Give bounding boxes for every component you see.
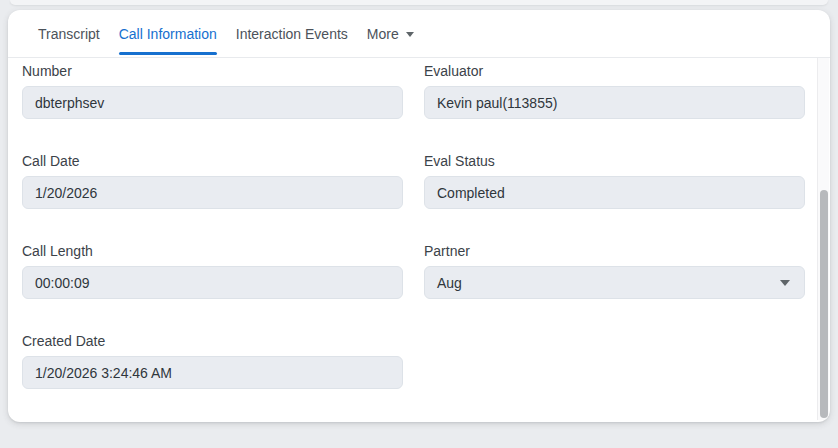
eval-status-label: Eval Status xyxy=(424,154,805,168)
field-number: Number xyxy=(22,64,403,119)
field-call-date: Call Date xyxy=(22,154,403,209)
number-input[interactable] xyxy=(22,86,403,119)
field-eval-status: Eval Status xyxy=(424,154,805,209)
partner-select[interactable]: Aug xyxy=(424,266,805,299)
partner-selected-value: Aug xyxy=(437,275,462,291)
scrollbar-thumb[interactable] xyxy=(820,190,828,418)
chevron-down-icon xyxy=(780,280,790,286)
field-partner: Partner Aug xyxy=(424,244,805,299)
field-created-date: Created Date xyxy=(22,334,403,389)
eval-status-input[interactable] xyxy=(424,176,805,209)
tab-interaction-events[interactable]: Interaction Events xyxy=(236,10,348,57)
evaluator-label: Evaluator xyxy=(424,64,805,78)
chevron-down-icon xyxy=(406,32,414,37)
evaluator-input[interactable] xyxy=(424,86,805,119)
call-length-input[interactable] xyxy=(22,266,403,299)
tab-more[interactable]: More xyxy=(367,10,414,57)
tab-more-label: More xyxy=(367,26,399,42)
tab-bar: Transcript Call Information Interaction … xyxy=(8,10,830,57)
call-length-label: Call Length xyxy=(22,244,403,258)
field-evaluator: Evaluator xyxy=(424,64,805,119)
partner-label: Partner xyxy=(424,244,805,258)
upper-card-bottom-edge xyxy=(10,0,828,5)
call-date-label: Call Date xyxy=(22,154,403,168)
call-details-card: Transcript Call Information Interaction … xyxy=(8,10,830,422)
call-date-input[interactable] xyxy=(22,176,403,209)
field-call-length: Call Length xyxy=(22,244,403,299)
tab-transcript[interactable]: Transcript xyxy=(38,10,100,57)
number-label: Number xyxy=(22,64,403,78)
tab-call-information[interactable]: Call Information xyxy=(119,10,217,57)
scrollbar-track[interactable] xyxy=(817,58,829,420)
call-information-form: Number Evaluator Call Date Eval Status C… xyxy=(8,58,830,417)
created-date-input[interactable] xyxy=(22,356,403,389)
created-date-label: Created Date xyxy=(22,334,403,348)
